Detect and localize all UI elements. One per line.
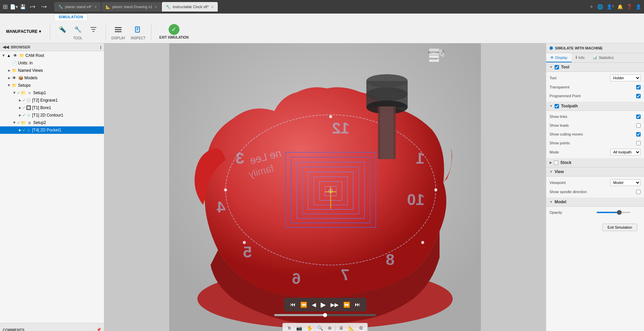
toolpath-section-header[interactable]: ▼ Toolpath (546, 102, 644, 111)
tree-icon-models-eye: 👁 (12, 75, 17, 81)
fit-tool-btn[interactable]: ⊕ (326, 325, 333, 331)
model-section-label: Model (555, 200, 566, 204)
pan-tool-btn[interactable]: ✋ (305, 325, 314, 331)
manufacture-button[interactable]: MANUFACTURE ▾ (3, 28, 44, 35)
tree-item-units[interactable]: ▶ 📄 Units: in (0, 59, 104, 67)
mode-select[interactable]: All toolpath Current only None (610, 149, 641, 156)
browser-pin-icon[interactable]: | (100, 45, 101, 49)
spindle-checkbox[interactable] (636, 190, 641, 194)
programmed-point-checkbox[interactable] (636, 94, 641, 98)
app-menu-icon[interactable]: ⊞ (3, 3, 8, 11)
tree-item-named-views[interactable]: ▶ 📁 Named Views (0, 67, 104, 74)
forward-button[interactable]: ▶▶ (329, 301, 340, 309)
tree-item-setup2[interactable]: ▶ ✓ 📁 ⊙ Setup2 (0, 119, 104, 126)
transparent-checkbox[interactable] (636, 85, 641, 89)
show-cutting-checkbox[interactable] (636, 132, 641, 137)
tree-label-named-views: Named Views (18, 68, 43, 73)
tree-item-t1-bore[interactable]: ▶ ✓ 🔲 [T1] Bore1 (0, 104, 104, 111)
tree-icon-t2-check: ✓ (22, 98, 26, 103)
model-section-header[interactable]: ▼ Model (546, 198, 644, 207)
comments-pin-icon[interactable]: 📌 (96, 328, 101, 331)
tab-close-planer[interactable]: ✕ (94, 5, 97, 9)
show-links-checkbox[interactable] (636, 115, 641, 119)
skip-start-button[interactable]: ⏮ (289, 301, 297, 308)
progress-thumb[interactable] (323, 313, 327, 317)
svg-text:3: 3 (236, 149, 244, 167)
tab-info[interactable]: ℹ Info (572, 53, 588, 62)
tab-planer-stand[interactable]: 🔧 planer stand v4* ✕ (54, 2, 101, 12)
model-svg: 12 1 10 3 4 5 6 7 8 ne Lee (104, 43, 546, 331)
show-points-value (636, 141, 641, 145)
file-icon[interactable]: 📄▾ (10, 4, 18, 9)
tree-arrow-t2-engrave: ▶ (18, 98, 22, 103)
exit-simulation-button[interactable]: Exit Simulation (602, 224, 637, 231)
tree-item-t1-2d-contour[interactable]: ▶ ✓ ◇ [T1] 2D Contour1 (0, 111, 104, 119)
tree-item-t4-pocket[interactable]: ▶ ✓ ◇ [T4] 2D Pocket1 (0, 126, 104, 134)
toolbar-separator-2 (106, 23, 106, 40)
browser-header: ◀◀ BROWSER | (0, 43, 104, 51)
display-tool-btn[interactable]: 🖥 (338, 325, 345, 331)
progress-bar[interactable] (274, 314, 376, 316)
measure-tool-btn[interactable]: 📐 (347, 325, 356, 331)
globe-icon[interactable]: 🌐 (597, 4, 603, 9)
tab-close-clock[interactable]: ✕ (211, 5, 214, 9)
back-button[interactable]: ◀ (310, 301, 317, 309)
stock-section-checkbox[interactable] (554, 161, 558, 165)
view-cube[interactable]: BOTTOM FRONT R (422, 47, 446, 70)
programmed-point-prop-row: Programmed Point (546, 91, 644, 100)
toolpath-section-checkbox[interactable] (555, 104, 559, 108)
tree-item-models[interactable]: ▶ 👁 📦 Models (0, 74, 104, 82)
viewport[interactable]: 12 1 10 3 4 5 6 7 8 ne Lee (104, 43, 546, 331)
left-panel: ◀◀ BROWSER | ▶ ▲ 👁 📁 CAM Root ▶ 📄 Units:… (0, 43, 104, 331)
tab-clock[interactable]: 🔧 Instructable Clock v8* ✕ (162, 2, 217, 12)
svg-point-26 (421, 241, 424, 244)
pointer-tool-btn[interactable]: 🖱 (285, 325, 293, 331)
inspect-button[interactable] (131, 23, 145, 36)
save-icon[interactable]: 💾 (20, 4, 26, 9)
tree-icon-setups: 📁 (12, 83, 17, 88)
show-points-checkbox[interactable] (636, 141, 641, 145)
undo-button[interactable]: ↩▾ (28, 4, 37, 10)
camera-tool-btn[interactable]: 📷 (295, 325, 303, 331)
tool-section-checkbox[interactable] (555, 65, 559, 69)
viewpoint-select[interactable]: Model World Tool (610, 179, 641, 186)
tool-select[interactable]: Holder Body Full (610, 75, 641, 81)
view-section-header[interactable]: ▼ View (546, 167, 644, 177)
mode-label: Mode (550, 150, 607, 154)
settings-tool-btn[interactable]: ⚙ (358, 325, 365, 331)
tool-button-1[interactable]: 🔦 (56, 23, 69, 36)
skip-end-button[interactable]: ⏭ (353, 301, 362, 308)
tab-close-drawing[interactable]: ✕ (154, 5, 157, 9)
tool-button-2[interactable]: 🔧 (71, 23, 85, 36)
exit-simulation-toolbar[interactable]: ✓ EXIT SIMULATION (157, 23, 191, 41)
viewpoint-prop-row: Viewpoint Model World Tool (546, 178, 644, 187)
tab-drawing[interactable]: 📐 planer stand Drawing v1 ✕ (102, 2, 162, 12)
user-count-icon[interactable]: 👤¹ (606, 4, 614, 9)
tree-label-setup1: Setup1 (33, 90, 46, 95)
tree-item-t2-engrave[interactable]: ▶ ✓ ⬡ [T2] Engrave1 (0, 97, 104, 104)
tab-display[interactable]: 👁 Display (546, 53, 572, 62)
zoom-tool-btn[interactable]: 🔍 (316, 325, 324, 331)
model-section-body: Opacity (546, 207, 644, 218)
tree-item-setups[interactable]: ▶ 📁 Setups (0, 82, 104, 89)
notifications-icon[interactable]: 🔔 (617, 4, 623, 9)
redo-button[interactable]: ↪▾ (39, 4, 49, 10)
step-back-button[interactable]: ⏪ (299, 301, 308, 309)
tool-button-3[interactable] (87, 23, 100, 36)
show-leads-checkbox[interactable] (636, 123, 641, 128)
play-button[interactable]: ▶ (319, 300, 327, 309)
add-tab-icon[interactable]: ＋ (589, 4, 594, 10)
avatar-icon[interactable]: 👤 (636, 4, 641, 9)
help-icon[interactable]: ❓ (626, 4, 632, 9)
tab-statistics[interactable]: 📊 Statistics (588, 53, 618, 62)
opacity-slider[interactable] (597, 212, 630, 213)
display-button[interactable] (111, 23, 125, 36)
svg-point-24 (329, 115, 332, 118)
browser-collapse-arrow[interactable]: ◀◀ (3, 45, 9, 49)
step-forward-button[interactable]: ⏩ (342, 301, 351, 309)
tree-item-setup1[interactable]: ▶ ✓ 📁 ○ Setup1 (0, 89, 104, 97)
svg-text:BOTTOM: BOTTOM (428, 51, 440, 54)
tool-section-header[interactable]: ▼ Tool (546, 63, 644, 72)
tree-item-cam-root[interactable]: ▶ ▲ 👁 📁 CAM Root (0, 52, 104, 59)
stock-section-header[interactable]: ▶ Stock (546, 158, 644, 167)
